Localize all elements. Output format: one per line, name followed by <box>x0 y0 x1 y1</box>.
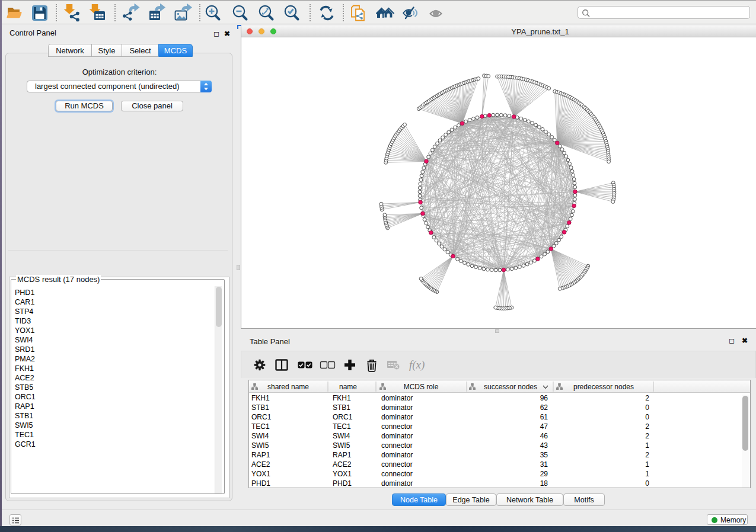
svg-text:f(x): f(x) <box>409 358 425 371</box>
svg-text:successor nodes: successor nodes <box>484 383 537 391</box>
svg-text:predecessor nodes: predecessor nodes <box>573 383 634 391</box>
svg-text:shared name: shared name <box>267 383 309 391</box>
svg-text:MCDS role: MCDS role <box>404 383 439 391</box>
svg-text:name: name <box>339 383 357 391</box>
